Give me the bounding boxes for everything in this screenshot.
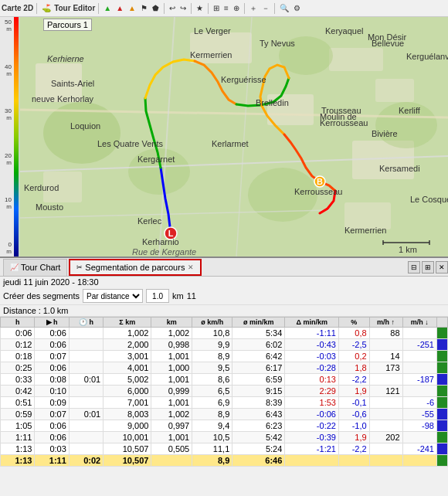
cell-dmin: 2:29 <box>285 386 339 397</box>
svg-text:Bivière: Bivière <box>372 129 398 138</box>
cell-omin: 6:42 <box>232 351 285 362</box>
tab-panel-icons: ⊟ ⊞ ✕ <box>408 261 448 273</box>
layers-icon[interactable]: ≡ <box>222 4 230 12</box>
col-mhdown: m/h ↓ <box>402 318 436 328</box>
cell-km: 1,001 <box>151 432 192 443</box>
col-ph: ▶ h <box>35 318 69 328</box>
table-row: 0:25 0:06 4,001 1,000 9,5 6:17 -0:28 1,8… <box>1 362 448 374</box>
star-icon[interactable]: ★ <box>195 4 205 12</box>
cell-mhdown <box>402 328 436 339</box>
cell-bar <box>437 420 448 432</box>
cell-h: 1:11 <box>1 432 35 443</box>
panel-icon-1[interactable]: ⊟ <box>408 261 420 273</box>
cell-sumkm: 10,001 <box>104 432 151 443</box>
settings-icon[interactable]: ⚙ <box>292 4 302 12</box>
sum-okm: 8,9 <box>192 455 232 467</box>
flag-icon[interactable]: ⛳ <box>40 4 53 12</box>
cell-omin: 5:24 <box>232 443 285 455</box>
undo-icon[interactable]: ↩ <box>168 4 177 12</box>
svg-text:Brelledin: Brelledin <box>256 98 289 107</box>
cell-sumkm: 2,000 <box>104 339 151 351</box>
cell-sumkm: 1,002 <box>104 328 151 339</box>
panel-icon-3[interactable]: ✕ <box>436 261 448 273</box>
cell-omin: 6:59 <box>232 374 285 386</box>
cell-h: 0:42 <box>1 386 35 397</box>
triangle-up1-icon[interactable]: ▲ <box>102 4 113 12</box>
cell-bar <box>437 362 448 374</box>
distance-header: Distance : 1.0 km <box>0 305 448 317</box>
cell-pct: 1,9 <box>338 386 369 397</box>
cell-omin: 8:39 <box>232 397 285 409</box>
cell-mhup: 14 <box>369 351 402 362</box>
cell-dmin: -1:11 <box>285 328 339 339</box>
cell-mhup <box>369 409 402 420</box>
cell-dmin: -0:28 <box>285 362 339 374</box>
tab-close-icon[interactable]: ✕ <box>188 263 194 271</box>
sep6 <box>244 3 245 14</box>
map-container: 50 m 40 m 30 m 20 m 10 m 0 m <box>0 17 448 256</box>
svg-text:Kergarnet: Kergarnet <box>137 155 175 164</box>
cell-km: 1,001 <box>151 351 192 362</box>
cell-okm: 8,9 <box>192 351 232 362</box>
triangle-up2-icon[interactable]: ▲ <box>114 4 125 12</box>
svg-text:Loquion: Loquion <box>70 121 100 131</box>
redo-icon[interactable]: ↪ <box>178 4 188 12</box>
flag2-icon[interactable]: ⚑ <box>139 4 149 12</box>
table-row: 1:13 0:03 10,507 0,505 11,1 5:24 -1:21 -… <box>1 443 448 455</box>
cell-okm: 10,5 <box>192 432 232 443</box>
data-table-container[interactable]: h ▶ h 🕐 h Σ km km ø km/h ø min/km Δ min/… <box>0 317 448 496</box>
table-row: 0:51 0:09 7,001 1,001 6,9 8:39 1:53 -0,1… <box>1 397 448 409</box>
sum-h: 1:13 <box>1 455 35 467</box>
cell-pct: 0,2 <box>338 351 369 362</box>
col-okm: ø km/h <box>192 318 232 328</box>
sum-sumkm: 10,507 <box>104 455 151 467</box>
number-value: 11 <box>187 291 196 301</box>
panel-icon-2[interactable]: ⊞ <box>422 261 434 273</box>
svg-rect-5 <box>375 79 414 102</box>
date-label: jeudi 11 juin 2020 - 18:30 <box>3 277 99 287</box>
sep2 <box>98 3 99 14</box>
cell-h: 0:25 <box>1 362 35 374</box>
tab-segmentation[interactable]: ✂ Segmentation de parcours ✕ <box>69 259 202 276</box>
par-distance-select[interactable]: Par distance <box>83 289 143 303</box>
cell-sumkm: 7,001 <box>104 397 151 409</box>
waypoint-icon[interactable]: ⬟ <box>151 4 161 12</box>
svg-text:Kermerrien: Kermerrien <box>344 226 386 235</box>
zoom-out-icon[interactable]: － <box>260 3 271 14</box>
elev-40: 40 m <box>2 63 13 77</box>
svg-rect-4 <box>329 48 383 71</box>
col-sumkm: Σ km <box>104 318 151 328</box>
svg-text:Kermerrien: Kermerrien <box>190 50 232 59</box>
svg-text:Bellevue: Bellevue <box>372 39 404 48</box>
table-row: 0:33 0:08 0:01 5,002 1,001 8,6 6:59 0:13… <box>1 374 448 386</box>
zoom-in-icon[interactable]: ＋ <box>248 3 259 14</box>
map-area[interactable]: L B Kerhierne Le Verger Ty Nevus Keryaqu… <box>20 17 448 256</box>
cell-sumkm: 6,000 <box>104 386 151 397</box>
table-body: 0:06 0:06 1,002 1,002 10,8 5:34 -1:11 0,… <box>1 328 448 467</box>
cell-km: 1,002 <box>151 328 192 339</box>
grid-icon[interactable]: ⊞ <box>212 4 221 12</box>
tour-editor-label: Tour Editor <box>54 4 95 12</box>
search-icon[interactable]: 🔍 <box>278 4 290 12</box>
sep3 <box>164 3 165 14</box>
triangle-down-icon[interactable]: ▲ <box>127 4 137 12</box>
cell-mhdown: -55 <box>402 409 436 420</box>
cell-dmin: -1:21 <box>285 443 339 455</box>
sum-mhup <box>369 455 402 467</box>
compass-icon[interactable]: ⊕ <box>232 4 241 12</box>
tab-tour-chart[interactable]: 📈 Tour Chart <box>3 259 67 276</box>
parcours-num: 1 <box>83 20 88 29</box>
svg-text:Rue de Kergante: Rue de Kergante <box>132 247 196 256</box>
col-omin: ø min/km <box>232 318 285 328</box>
cell-mhup: 121 <box>369 386 402 397</box>
cell-mhdown <box>402 351 436 362</box>
cell-clkh <box>69 339 103 351</box>
date-row: jeudi 11 juin 2020 - 18:30 <box>0 277 448 287</box>
tab-bar: 📈 Tour Chart ✂ Segmentation de parcours … <box>0 258 448 277</box>
distance-input[interactable] <box>146 289 169 303</box>
cell-omin: 5:42 <box>232 432 285 443</box>
cell-mhdown: -241 <box>402 443 436 455</box>
col-clkh: 🕐 h <box>69 318 103 328</box>
elev-0: 0 m <box>2 241 13 255</box>
sep7 <box>274 3 275 14</box>
